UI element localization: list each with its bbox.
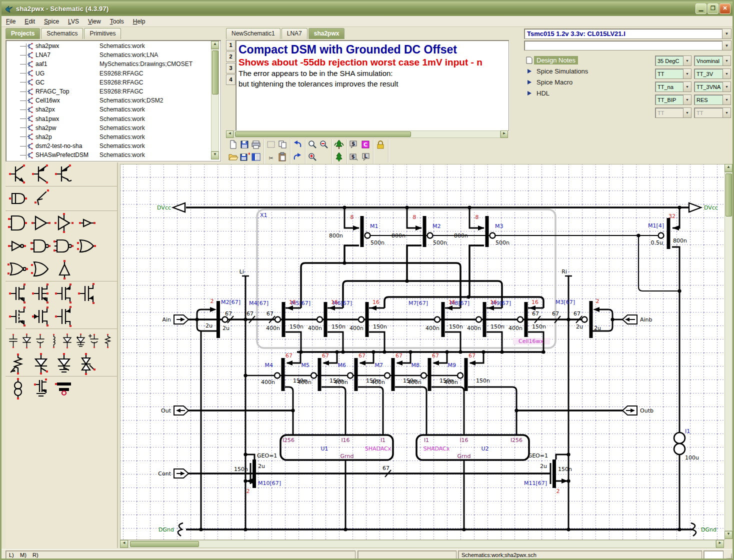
menu-view[interactable]: View <box>84 17 106 26</box>
menu-edit[interactable]: Edit <box>20 17 40 26</box>
new-file-icon[interactable] <box>228 140 239 150</box>
notes-scroll-left[interactable]: ◄ <box>226 130 234 138</box>
palette-inverter-icon[interactable] <box>6 235 30 257</box>
notes-scroll-track[interactable] <box>234 130 500 138</box>
note-line-number[interactable]: 3 <box>226 63 236 74</box>
palette-or-gate-icon[interactable] <box>76 235 98 257</box>
canvas-scroll-right[interactable]: ► <box>716 540 724 548</box>
notes-scroll-right[interactable]: ► <box>500 130 508 138</box>
report-icon[interactable] <box>250 152 262 162</box>
notes-scroll-thumb[interactable] <box>235 132 411 137</box>
marquee-icon[interactable] <box>266 140 277 150</box>
canvas-scroll-track-v[interactable] <box>724 172 732 531</box>
zoom-in-icon[interactable] <box>307 152 318 162</box>
palette-nmos-gnd-icon[interactable] <box>30 378 52 400</box>
palette-scr-gnd-icon[interactable] <box>52 353 76 375</box>
palette-or-big-icon[interactable] <box>30 258 52 280</box>
corner-combo-1-1[interactable]: TT_3V▼ <box>694 68 731 79</box>
list-item-LNA7[interactable]: LNA7Schematics:work;LNA <box>7 50 211 60</box>
palette-nmos-b-icon[interactable] <box>30 282 52 304</box>
corner-combo-1-0[interactable]: TT▼ <box>655 68 692 79</box>
tab-sha2pwx[interactable]: sha2pwx <box>308 28 345 39</box>
canvas-scroll-track-h[interactable] <box>128 540 716 548</box>
secondary-combo[interactable]: ▼ <box>524 40 732 50</box>
canvas-scroll-thumb-v[interactable] <box>726 174 732 216</box>
list-item-SHASwPrefectDSM[interactable]: SHASwPrefectDSMSchematics:work <box>7 150 211 160</box>
undo-icon[interactable] <box>292 140 304 150</box>
palette-nor3-icon[interactable] <box>6 258 30 280</box>
tab-projects[interactable]: Projects <box>6 28 40 39</box>
tab-primitives[interactable]: Primitives <box>84 28 121 39</box>
note-line-number[interactable]: 4 <box>226 74 236 85</box>
list-item-aaf1[interactable]: aaf1MySchematics:Drawings;CMOSET <box>7 60 211 68</box>
tree-item-hdl[interactable]: HDL <box>524 88 649 98</box>
palette-bjt-npn2-icon[interactable] <box>52 163 76 185</box>
menu-tools[interactable]: Tools <box>106 17 128 26</box>
palette-buffer-pins-icon[interactable] <box>52 212 76 234</box>
tab-newschematic1[interactable]: NewSchematic1 <box>226 28 280 39</box>
print-icon[interactable] <box>250 140 262 150</box>
save-icon[interactable] <box>239 140 250 150</box>
palette-resistor-icon[interactable] <box>101 330 114 352</box>
list-item-sha1pwx[interactable]: sha1pwxSchematics:work <box>7 114 211 124</box>
list-item-sha2px[interactable]: sha2pxSchematics:work <box>7 105 211 114</box>
menu-lvs[interactable]: LVS <box>64 17 84 26</box>
corner-combo-2-0[interactable]: TT_na▼ <box>655 82 692 92</box>
list-item-RFAGC_Top[interactable]: RFAGC_TopES9268:RFAGC <box>7 87 211 96</box>
list-item-GC[interactable]: GCES9268:RFAGC <box>7 78 211 87</box>
schematic-drawing[interactable]: DVccDVccDGndDGndAinAinbOutOutbContX1Cell… <box>120 164 724 540</box>
canvas-scroll-left[interactable]: ◄ <box>120 540 128 548</box>
palette-cap-polar-icon[interactable] <box>88 330 101 352</box>
palette-bjt-npn-icon[interactable] <box>6 163 30 185</box>
tab-lna7[interactable]: LNA7 <box>282 28 308 39</box>
zoom-out-icon[interactable] <box>318 140 330 150</box>
list-scroll-down[interactable]: ▼ <box>211 152 219 160</box>
chevron-down-icon[interactable]: ▼ <box>722 29 731 38</box>
menu-help[interactable]: Help <box>128 17 150 26</box>
palette-buffer-small-icon[interactable] <box>76 212 98 234</box>
palette-plates-icon[interactable] <box>52 378 76 400</box>
palette-pmos-a2-icon[interactable] <box>30 306 52 328</box>
menu-file[interactable]: File <box>2 17 20 26</box>
tree-item-spice-simulations[interactable]: Spice Simulations <box>524 66 649 76</box>
list-item-sha2pw[interactable]: sha2pwSchematics:work <box>7 124 211 132</box>
palette-pmos-a-icon[interactable] <box>52 282 76 304</box>
palette-and-gate-icon[interactable] <box>6 212 30 234</box>
corner-combo-3-0[interactable]: TT_BIP▼ <box>655 94 692 105</box>
current-source-i1[interactable] <box>674 432 685 444</box>
palette-diode2-icon[interactable] <box>60 330 74 352</box>
copy-icon[interactable] <box>277 140 288 150</box>
palette-buffer-icon[interactable] <box>30 212 52 234</box>
process-combo[interactable]: Tsmc015 1.2v 3.3v: CL015LV21.I ▼ <box>524 28 732 39</box>
list-item-dsm2-test-no-sha[interactable]: dsm2-test-no-shaSchematics:work <box>7 142 211 150</box>
palette-probe-arrow-icon[interactable] <box>30 188 52 210</box>
close-button[interactable]: ✕ <box>720 4 730 14</box>
canvas-scroll-down[interactable]: ▼ <box>724 531 732 539</box>
corner-combo-3-1[interactable]: RES▼ <box>694 94 731 105</box>
list-item-sha2pwx[interactable]: sha2pwxSchematics:work <box>7 42 211 50</box>
canvas-scroll-up[interactable]: ▲ <box>724 164 732 172</box>
tree-down-icon[interactable] <box>334 152 345 162</box>
tab-schematics[interactable]: Schematics <box>41 28 83 39</box>
zoom-icon[interactable] <box>307 140 318 150</box>
note-line-number[interactable]: 1 <box>226 40 236 50</box>
redo-icon[interactable] <box>292 152 304 162</box>
palette-res-arrow-icon[interactable] <box>6 353 30 375</box>
palette-inductor-icon[interactable] <box>47 330 60 352</box>
minimize-button[interactable]: ▁ <box>696 4 706 14</box>
palette-current-source-icon[interactable] <box>6 378 30 400</box>
tree-up-icon[interactable] <box>334 140 345 150</box>
list-item-UG[interactable]: UGES9268:RFAGC <box>7 69 211 78</box>
canvas-scroll-thumb-h[interactable] <box>130 541 199 547</box>
l-bubble-icon[interactable]: L <box>360 152 372 162</box>
tree-item-spice-macro[interactable]: Spice Macro <box>524 76 649 88</box>
palette-nand2-icon[interactable] <box>30 235 52 257</box>
restore-button[interactable]: ❐ <box>708 4 718 14</box>
spice-bubble-icon[interactable]: $ <box>348 140 360 150</box>
palette-cap-open-icon[interactable] <box>34 330 47 352</box>
design-notes-panel[interactable]: Compact DSM with Grounded DC OffsetShows… <box>236 40 509 131</box>
palette-nand3-icon[interactable] <box>52 235 76 257</box>
tree-item-design-notes[interactable]: Design Notes <box>524 54 649 66</box>
palette-zener-gnd-icon[interactable] <box>74 330 88 352</box>
lock-icon[interactable] <box>375 140 386 150</box>
